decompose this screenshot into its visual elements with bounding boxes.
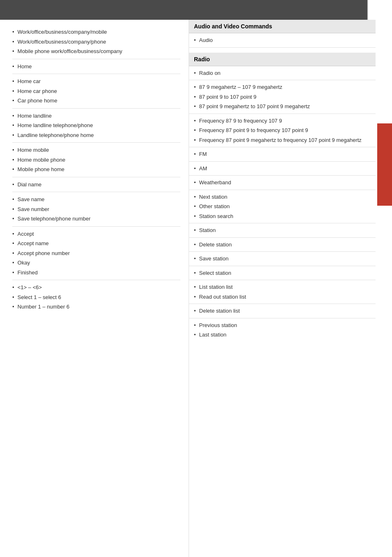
list-item: •Read out station list	[194, 292, 371, 302]
bullet-icon: •	[12, 165, 14, 174]
bullet-icon: •	[12, 131, 14, 139]
left-group: •<1> – <6>•Select 1 – select 6•Number 1 …	[12, 280, 180, 314]
bullet-icon: •	[12, 195, 14, 204]
left-group: •Accept•Accept name•Accept phone number•…	[12, 227, 180, 281]
left-group: •Work/office/business/company/mobile•Wor…	[12, 25, 180, 59]
item-text: Landline telephone/phone home	[18, 131, 94, 139]
bullet-icon: •	[194, 165, 196, 173]
item-text: Accept phone number	[18, 249, 70, 258]
right-group: •Radio on	[189, 66, 376, 81]
list-item: •Frequency 87 point 9 megahertz to frequ…	[194, 135, 371, 145]
list-item: •Save name	[12, 195, 180, 204]
list-item: •Dial name	[12, 180, 180, 190]
list-item: •Finished	[12, 268, 180, 278]
page-number	[367, 0, 392, 20]
item-text: Work/office/business/company/phone	[18, 38, 106, 46]
list-item: •Delete station list	[194, 306, 371, 316]
bullet-icon: •	[194, 331, 196, 339]
item-text: List station list	[199, 283, 233, 291]
item-text: Home car	[18, 77, 41, 86]
bullet-icon: •	[194, 269, 196, 277]
item-text: Home mobile	[18, 146, 49, 154]
item-text: 87 point 9 to 107 point 9	[199, 93, 257, 101]
item-text: Station search	[199, 212, 233, 220]
list-item: •List station list	[194, 282, 371, 292]
list-item: •Mobile phone home	[12, 165, 180, 174]
bullet-icon: •	[194, 102, 196, 111]
item-text: FM	[199, 150, 207, 158]
list-item: •FM	[194, 149, 371, 159]
right-group: •Next station•Other station•Station sear…	[189, 190, 376, 224]
bullet-icon: •	[12, 283, 14, 292]
right-column: Audio and Video Commands•AudioRadio•Radi…	[189, 20, 392, 557]
item-text: Frequency 87 9 to frequency 107 9	[199, 117, 282, 125]
item-text: Other station	[199, 202, 230, 211]
bullet-icon: •	[12, 121, 14, 130]
list-item: •Accept phone number	[12, 248, 180, 258]
list-item: •Radio on	[194, 68, 371, 78]
item-text: Save station	[199, 255, 229, 263]
item-text: Next station	[199, 193, 228, 201]
item-text: Weatherband	[199, 179, 231, 187]
list-item: •Previous station	[194, 320, 371, 330]
bullet-icon: •	[12, 38, 14, 46]
bullet-icon: •	[194, 126, 196, 135]
bullet-icon: •	[194, 193, 196, 201]
item-text: Save number	[18, 205, 49, 214]
bullet-icon: •	[12, 156, 14, 164]
right-group: •Previous station•Last station	[189, 318, 376, 342]
list-item: •Next station	[194, 192, 371, 202]
list-item: •Delete station	[194, 240, 371, 250]
voice-control-tab	[377, 123, 392, 206]
left-column: •Work/office/business/company/mobile•Wor…	[0, 20, 189, 557]
bullet-icon: •	[12, 47, 14, 56]
right-group: •AM	[189, 162, 376, 176]
list-item: •Home landline	[12, 111, 180, 121]
left-group: •Home car•Home car phone•Car phone home	[12, 74, 180, 109]
bullet-icon: •	[194, 283, 196, 291]
bullet-icon: •	[12, 249, 14, 258]
item-text: 87 point 9 megahertz to 107 point 9 mega…	[199, 102, 310, 111]
list-item: •Save station	[194, 254, 371, 264]
right-group: •Audio	[189, 33, 376, 48]
item-text: Dial name	[18, 181, 42, 189]
right-group: •Select station	[189, 266, 376, 281]
bullet-icon: •	[12, 146, 14, 154]
list-item: •Station	[194, 225, 371, 235]
header-title-area	[0, 0, 367, 20]
item-text: Delete station list	[199, 307, 240, 315]
bullet-icon: •	[194, 36, 196, 44]
item-text: Car phone home	[18, 97, 58, 105]
list-item: •87 point 9 megahertz to 107 point 9 meg…	[194, 102, 371, 111]
list-item: •Last station	[194, 330, 371, 340]
list-item: •Landline telephone/phone home	[12, 130, 180, 140]
item-text: Finished	[18, 269, 38, 277]
left-group: •Dial name	[12, 177, 180, 193]
item-text: Accept	[18, 230, 34, 238]
item-text: Home landline telephone/phone	[18, 121, 93, 130]
item-text: Home	[18, 63, 32, 71]
bullet-icon: •	[12, 63, 14, 71]
bullet-icon: •	[194, 93, 196, 101]
bullet-icon: •	[194, 136, 196, 144]
item-text: <1> – <6>	[18, 283, 42, 292]
bullet-icon: •	[12, 269, 14, 277]
bullet-icon: •	[12, 239, 14, 248]
right-group: •Save station	[189, 252, 376, 266]
bullet-icon: •	[194, 293, 196, 301]
list-item: •Mobile phone work/office/business/compa…	[12, 46, 180, 56]
bullet-icon: •	[194, 202, 196, 211]
list-item: •Other station	[194, 202, 371, 211]
bullet-icon: •	[194, 321, 196, 330]
list-item: •Frequency 87 9 to frequency 107 9	[194, 116, 371, 126]
item-text: Frequency 87 point 9 megahertz to freque…	[199, 136, 362, 144]
item-text: Work/office/business/company/mobile	[18, 28, 107, 36]
list-item: •Work/office/business/company/mobile	[12, 27, 180, 37]
bullet-icon: •	[12, 77, 14, 86]
bullet-icon: •	[12, 87, 14, 95]
left-group: •Home landline•Home landline telephone/p…	[12, 109, 180, 143]
bullet-icon: •	[194, 150, 196, 158]
bullet-icon: •	[194, 212, 196, 220]
bullet-icon: •	[194, 117, 196, 125]
bullet-icon: •	[12, 259, 14, 267]
